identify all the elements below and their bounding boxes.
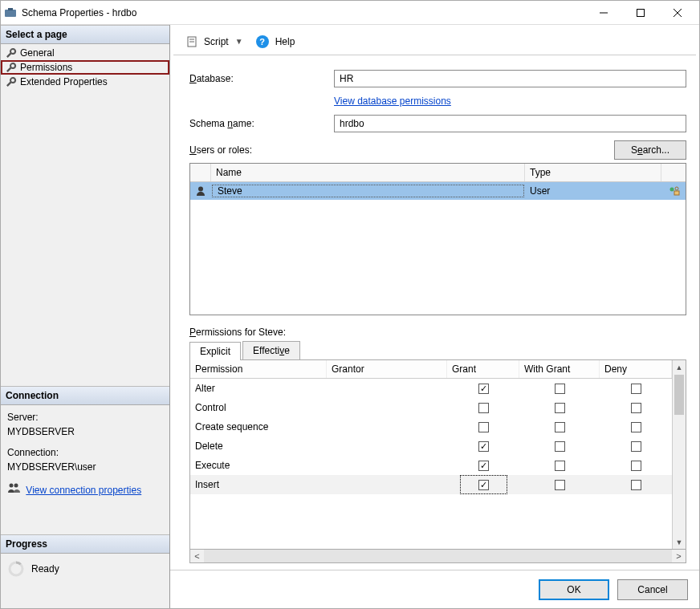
withgrant-checkbox[interactable] [555,461,565,471]
permission-row[interactable]: Execute [190,456,672,475]
user-row[interactable]: Steve User [190,182,686,200]
deny-checkbox[interactable] [631,403,641,413]
sidebar: Select a page General Permissions Extend… [1,25,170,608]
col-grant[interactable]: Grant [447,360,519,378]
withgrant-checkbox[interactable] [555,480,565,490]
script-dropdown[interactable]: ▼ [235,37,243,46]
perm-name: Delete [190,439,327,453]
close-button[interactable] [659,1,696,25]
col-permission[interactable]: Permission [190,360,327,378]
horizontal-scrollbar[interactable]: < > [189,550,686,563]
progress-header: Progress [1,534,169,554]
database-field[interactable]: HR [334,70,686,87]
grant-checkbox[interactable] [478,441,489,452]
col-grantor[interactable]: Grantor [327,360,447,378]
svg-rect-3 [637,9,645,16]
server-value: MYDBSERVER [7,424,163,439]
svg-point-15 [675,187,678,190]
user-name: Steve [212,185,524,197]
server-label: Server: [7,410,163,424]
help-button[interactable]: Help [274,36,297,47]
script-icon [186,36,197,47]
withgrant-checkbox[interactable] [555,422,565,432]
perm-grantor [327,406,447,409]
svg-rect-1 [8,8,13,10]
view-db-permissions-link[interactable]: View database permissions [334,95,451,107]
permission-row[interactable]: Delete [190,436,672,456]
withgrant-checkbox[interactable] [555,403,565,413]
withgrant-checkbox[interactable] [555,441,565,452]
page-permissions[interactable]: Permissions [1,60,169,75]
withgrant-checkbox[interactable] [555,384,565,394]
browse-icon[interactable] [667,185,680,197]
permission-row[interactable]: Alter [190,379,672,398]
user-type: User [525,185,661,197]
deny-checkbox[interactable] [631,384,641,394]
deny-checkbox[interactable] [631,480,641,490]
permission-row[interactable]: Control [190,398,672,417]
col-name[interactable]: Name [211,164,525,181]
svg-point-7 [14,484,18,488]
tab-effective[interactable]: Effective [242,341,300,359]
cancel-button[interactable]: Cancel [617,579,688,600]
minimize-button[interactable] [585,1,622,25]
app-icon [4,6,17,19]
deny-checkbox[interactable] [631,461,641,471]
users-grid[interactable]: Name Type Steve User [189,163,686,315]
permission-row[interactable]: Create sequence [190,417,672,436]
vertical-scrollbar[interactable]: ▲ ▼ [672,360,686,549]
grant-checkbox[interactable] [478,384,489,394]
help-icon[interactable]: ? [256,35,269,48]
scroll-down-icon[interactable]: ▼ [673,535,686,549]
wrench-icon [6,76,17,87]
perm-grantor [327,445,447,448]
select-page-header: Select a page [1,25,169,44]
page-general[interactable]: General [1,46,169,60]
perm-name: Execute [190,458,327,473]
tab-explicit[interactable]: Explicit [189,342,241,360]
grant-checkbox[interactable] [478,422,489,432]
perm-name: Alter [190,381,327,396]
maximize-button[interactable] [622,1,659,25]
perm-grantor [327,483,447,486]
svg-point-6 [10,484,14,488]
svg-point-12 [198,187,203,192]
dialog-window: Schema Properties - hrdbo Select a page … [0,0,700,609]
page-label: General [20,47,55,59]
script-button[interactable]: Script [202,36,230,47]
svg-rect-0 [5,10,16,17]
permissions-for-label: Permissions for Steve: [189,327,686,338]
connection-label: Connection: [7,445,163,460]
user-icon [195,185,206,197]
col-withgrant[interactable]: With Grant [519,360,600,378]
scroll-right-icon[interactable]: > [672,551,686,561]
perm-name: Control [190,400,327,415]
grant-checkbox[interactable] [478,403,489,413]
col-deny[interactable]: Deny [600,360,672,378]
wrench-icon [6,62,17,73]
permissions-grid: Permission Grantor Grant With Grant Deny… [189,360,686,550]
grant-checkbox[interactable] [478,461,489,471]
view-connection-link[interactable]: View connection properties [26,485,141,496]
page-extended-properties[interactable]: Extended Properties [1,75,169,89]
window-title: Schema Properties - hrdbo [22,7,585,18]
search-button[interactable]: Search... [614,140,686,160]
grant-checkbox[interactable] [478,480,489,490]
perm-grantor [327,425,447,428]
deny-checkbox[interactable] [631,441,641,452]
deny-checkbox[interactable] [631,422,641,432]
main-panel: Script ▼ ? Help Database: HR View databa… [170,25,699,608]
page-label: Permissions [20,62,72,73]
permission-row[interactable]: Insert [190,475,672,494]
scroll-left-icon[interactable]: < [190,551,204,561]
ok-button[interactable]: OK [539,579,609,600]
scroll-thumb[interactable] [674,375,684,415]
schema-field[interactable]: hrdbo [334,115,686,132]
titlebar: Schema Properties - hrdbo [1,1,699,25]
users-label: Users or roles: [189,144,252,156]
scroll-up-icon[interactable]: ▲ [673,360,686,374]
progress-status: Ready [31,563,59,574]
perm-name: Insert [190,477,327,492]
perm-name: Create sequence [190,420,327,434]
col-type[interactable]: Type [525,164,661,181]
